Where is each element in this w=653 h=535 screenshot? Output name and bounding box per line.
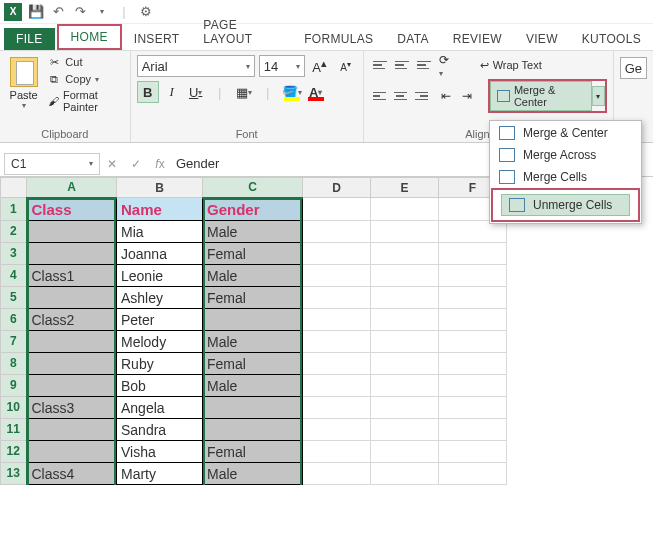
toolbox-icon[interactable]: ⚙ (138, 4, 154, 20)
cell-e10[interactable] (371, 396, 439, 418)
top-align-button[interactable] (370, 55, 390, 75)
cell-a5[interactable] (27, 286, 117, 308)
cell-e3[interactable] (371, 242, 439, 264)
fx-icon[interactable]: fx (148, 157, 172, 171)
cell-b11[interactable]: Sandra (117, 418, 203, 440)
wrap-text-button[interactable]: ↩ Wrap Text (476, 57, 546, 74)
col-header-b[interactable]: B (117, 178, 203, 198)
increase-font-button[interactable]: A▴ (309, 55, 331, 77)
row-header-9[interactable]: 9 (1, 374, 27, 396)
cell-b12[interactable]: Visha (117, 440, 203, 462)
row-header-7[interactable]: 7 (1, 330, 27, 352)
cell-d9[interactable] (303, 374, 371, 396)
tab-insert[interactable]: INSERT (122, 28, 192, 50)
cell-d10[interactable] (303, 396, 371, 418)
cell-c11[interactable] (203, 418, 303, 440)
tab-formulas[interactable]: FORMULAS (292, 28, 385, 50)
cell-b5[interactable]: Ashley (117, 286, 203, 308)
cell-a6[interactable]: Class2 (27, 308, 117, 330)
cell-f13[interactable] (439, 462, 507, 484)
increase-indent-button[interactable]: ⇥ (459, 86, 478, 106)
italic-button[interactable]: I (161, 81, 183, 103)
cell-e6[interactable] (371, 308, 439, 330)
cell-c6[interactable] (203, 308, 303, 330)
menu-merge-center[interactable]: Merge & Center (491, 122, 640, 144)
cell-b6[interactable]: Peter (117, 308, 203, 330)
row-header-11[interactable]: 11 (1, 418, 27, 440)
cell-a11[interactable] (27, 418, 117, 440)
cell-c10[interactable] (203, 396, 303, 418)
cell-f10[interactable] (439, 396, 507, 418)
cell-d12[interactable] (303, 440, 371, 462)
cell-d4[interactable] (303, 264, 371, 286)
align-right-button[interactable] (412, 86, 431, 106)
cell-c8[interactable]: Femal (203, 352, 303, 374)
cell-e11[interactable] (371, 418, 439, 440)
cell-e5[interactable] (371, 286, 439, 308)
cell-c9[interactable]: Male (203, 374, 303, 396)
cell-b13[interactable]: Marty (117, 462, 203, 484)
cell-e1[interactable] (371, 198, 439, 221)
cell-e12[interactable] (371, 440, 439, 462)
cell-a2[interactable] (27, 220, 117, 242)
cell-d2[interactable] (303, 220, 371, 242)
cell-c7[interactable]: Male (203, 330, 303, 352)
row-header-13[interactable]: 13 (1, 462, 27, 484)
cell-f3[interactable] (439, 242, 507, 264)
middle-align-button[interactable] (392, 55, 412, 75)
cell-a9[interactable] (27, 374, 117, 396)
menu-unmerge-cells[interactable]: Unmerge Cells (501, 194, 630, 216)
cell-a7[interactable] (27, 330, 117, 352)
merge-dropdown-button[interactable]: ▾ (592, 86, 605, 106)
row-header-3[interactable]: 3 (1, 242, 27, 264)
cell-b3[interactable]: Joanna (117, 242, 203, 264)
cell-c4[interactable]: Male (203, 264, 303, 286)
paste-button[interactable]: Paste ▾ (6, 55, 41, 110)
cell-c5[interactable]: Femal (203, 286, 303, 308)
row-header-10[interactable]: 10 (1, 396, 27, 418)
cell-a1[interactable]: Class (27, 198, 117, 221)
cell-a13[interactable]: Class4 (27, 462, 117, 484)
cell-f6[interactable] (439, 308, 507, 330)
customize-qat-icon[interactable]: ▾ (94, 4, 110, 20)
row-header-12[interactable]: 12 (1, 440, 27, 462)
col-header-c[interactable]: C (203, 178, 303, 198)
cell-d7[interactable] (303, 330, 371, 352)
menu-merge-across[interactable]: Merge Across (491, 144, 640, 166)
cell-e7[interactable] (371, 330, 439, 352)
cell-f4[interactable] (439, 264, 507, 286)
cell-b1[interactable]: Name (117, 198, 203, 221)
row-header-8[interactable]: 8 (1, 352, 27, 374)
cell-d1[interactable] (303, 198, 371, 221)
cell-c2[interactable]: Male (203, 220, 303, 242)
row-header-4[interactable]: 4 (1, 264, 27, 286)
cell-a12[interactable] (27, 440, 117, 462)
name-box[interactable]: C1▾ (4, 153, 100, 175)
cell-c12[interactable]: Femal (203, 440, 303, 462)
cell-d3[interactable] (303, 242, 371, 264)
cell-f7[interactable] (439, 330, 507, 352)
cell-b8[interactable]: Ruby (117, 352, 203, 374)
borders-button[interactable]: ▦▾ (233, 81, 255, 103)
row-header-6[interactable]: 6 (1, 308, 27, 330)
tab-view[interactable]: VIEW (514, 28, 570, 50)
bold-button[interactable]: B (137, 81, 159, 103)
style-combo-fragment[interactable]: Ge (620, 57, 647, 79)
cell-f11[interactable] (439, 418, 507, 440)
cell-e8[interactable] (371, 352, 439, 374)
enter-formula-icon[interactable]: ✓ (124, 157, 148, 171)
tab-review[interactable]: REVIEW (441, 28, 514, 50)
menu-merge-cells[interactable]: Merge Cells (491, 166, 640, 188)
font-name-combo[interactable]: Arial▾ (137, 55, 255, 77)
row-header-2[interactable]: 2 (1, 220, 27, 242)
cell-b4[interactable]: Leonie (117, 264, 203, 286)
cell-d5[interactable] (303, 286, 371, 308)
undo-icon[interactable]: ↶ (50, 4, 66, 20)
cell-a4[interactable]: Class1 (27, 264, 117, 286)
col-header-d[interactable]: D (303, 178, 371, 198)
row-header-5[interactable]: 5 (1, 286, 27, 308)
font-size-combo[interactable]: 14▾ (259, 55, 305, 77)
cancel-formula-icon[interactable]: ✕ (100, 157, 124, 171)
cell-b9[interactable]: Bob (117, 374, 203, 396)
redo-icon[interactable]: ↷ (72, 4, 88, 20)
